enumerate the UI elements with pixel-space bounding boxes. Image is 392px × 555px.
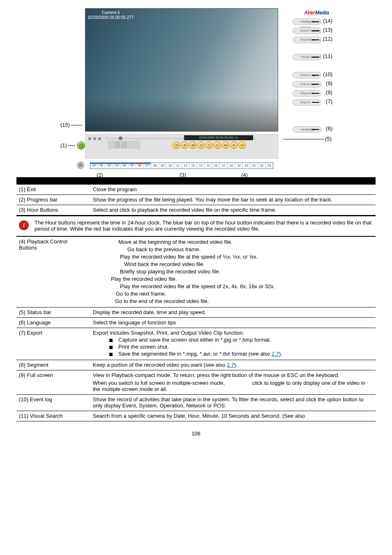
play-icon: ▸	[214, 141, 221, 149]
prev-frame-icon: ◂I	[181, 141, 188, 149]
row-fullscreen: (9) Full screen View in Playback-compact…	[16, 370, 376, 395]
val-status: Display the recorded date, time and play…	[90, 308, 376, 318]
tiny-icons: ◉ ◉ ◉	[88, 136, 101, 141]
row-language: (6) Language Select the language of func…	[16, 318, 376, 328]
val-hour: Select and click to playback the recorde…	[90, 205, 376, 215]
export-list: Capture and save the screen shot either …	[109, 337, 373, 357]
info-note: i The Hour buttons represent the time in…	[16, 215, 376, 237]
hour-20: 20	[243, 163, 251, 169]
val-eventlog: Show the record of activities that take …	[90, 395, 376, 411]
hour-09: 09	[159, 163, 167, 169]
row-eventlog: (10) Event log Show the record of activi…	[16, 395, 376, 411]
playback-line-1: Go back to the previous frame.	[90, 246, 373, 253]
callout-15: (15)	[60, 122, 82, 128]
val-playback: Move at the beginning of the recorded vi…	[90, 237, 376, 307]
playback-line-5: Play the recorded video file.	[90, 275, 373, 283]
playback-screenshot: Camera 5 02/20/2009 06:00:05.277	[85, 8, 278, 132]
begin-icon: I◂	[173, 141, 180, 149]
hour-03: 03	[113, 163, 121, 169]
fullscreen-p2: When you switch to full screen in multip…	[93, 380, 373, 392]
gear-icon: ✿	[77, 162, 84, 169]
hour-15: 15	[205, 163, 212, 169]
camera-label: Camera 5 02/20/2009 06:00:05.277	[88, 10, 134, 20]
val-fullscreen: View in Playback-compact mode. To return…	[90, 370, 376, 395]
link-segment-27[interactable]: 2.7	[227, 362, 234, 368]
badge-event-log: Event Log(10)	[282, 72, 332, 79]
hour-22: 22	[258, 163, 266, 169]
playback-line-6: Play the recorded video file at the spee…	[90, 283, 373, 290]
key-status: (5) Status bar	[16, 308, 90, 318]
playback-line-3: Wind back the recorded video file.	[90, 261, 373, 268]
hour-18: 18	[228, 163, 235, 169]
hour-12: 12	[182, 163, 190, 169]
row-playback: (4) Playback Control Buttons Move at the…	[16, 237, 376, 308]
brand-logo: AVerMedia	[304, 10, 329, 16]
playback-line-8: Go to the end of the recorded video file…	[90, 298, 373, 305]
bullet-icon	[109, 346, 113, 349]
hour-00: 00	[90, 163, 98, 169]
hour-21: 21	[250, 163, 258, 169]
key-export: (7) Export	[16, 328, 90, 360]
badge-full-screen: Full screen(9)	[282, 81, 332, 88]
badge-segment: Segment(8)	[282, 90, 332, 97]
hour-10: 10	[166, 163, 174, 169]
val-exit: Close the program	[90, 185, 376, 195]
key-language: (6) Language	[16, 318, 90, 328]
export-item-0: Capture and save the screen shot either …	[109, 337, 373, 343]
export-item-text: Save the segmented file in *.mpg, *.avi,…	[118, 351, 282, 357]
key-fullscreen: (9) Full screen	[16, 370, 90, 395]
hour-13: 13	[189, 163, 197, 169]
side-badges: Intelligent Search(14) Event Search(13) …	[282, 18, 332, 135]
hero-figure: Camera 5 02/20/2009 06:00:05.277 AVerMed…	[16, 8, 376, 174]
val-segment: Keep a portion of the recorded video you…	[90, 360, 376, 370]
hour-07: 07	[144, 163, 152, 169]
val-visual: Search from a specific camera by Date, H…	[90, 411, 376, 421]
row-segment: (8) Segment Keep a portion of the record…	[16, 360, 376, 370]
hour-11: 11	[174, 163, 182, 169]
row-hour: (3) Hour Buttons Select and click to pla…	[16, 205, 376, 215]
badge-export: Export(7)	[282, 99, 332, 106]
link-export-27[interactable]: 2.7	[272, 351, 279, 357]
key-hour: (3) Hour Buttons	[16, 205, 90, 215]
export-item-last: Save the segmented file in *.mpg, *.avi,…	[109, 351, 373, 357]
badge-find-next: Find Next(12)	[282, 36, 332, 44]
section-divider	[16, 177, 376, 185]
key-eventlog: (10) Event log	[16, 395, 90, 411]
callout-5: (5)	[283, 136, 332, 142]
key-progress: (2) Progress bar	[16, 195, 90, 205]
playback-bar: ◉ ◉ ◉ 02/04/2009 08:03:05.043 x1 I◂ ◂I ◂…	[85, 134, 278, 159]
row-status: (5) Status bar Display the recorded date…	[16, 308, 376, 318]
progress-thumb	[119, 136, 122, 140]
thumbnail-cluster	[108, 141, 140, 148]
export-item-1: Print the screen shot.	[109, 344, 373, 350]
hour-19: 19	[235, 163, 243, 169]
callout-4: (4)	[241, 172, 248, 178]
callout-3: (3)	[180, 172, 186, 178]
note-text: The Hour buttons represent the time in 2…	[35, 220, 373, 232]
bullet-icon	[109, 353, 113, 356]
badge-visual-search: Visual Search(11)	[282, 53, 332, 61]
definitions-table: (1) Exit Close the program (2) Progress …	[16, 185, 376, 215]
hour-04: 04	[121, 163, 129, 169]
exit-icon: ⏻	[77, 141, 85, 150]
badge-event-search: Event Search(13)	[282, 27, 332, 35]
key-exit: (1) Exit	[16, 185, 90, 195]
page-number: 106	[16, 430, 376, 437]
badge-language: Language(6)	[282, 126, 332, 133]
hero-box: Camera 5 02/20/2009 06:00:05.277 AVerMed…	[60, 8, 332, 173]
ff-icon: ▸▸	[222, 141, 229, 149]
badge-intelligent-search: Intelligent Search(14)	[282, 18, 332, 25]
playback-line-2: Play the recorded video file at the spee…	[90, 253, 373, 261]
hour-01: 01	[98, 163, 106, 169]
export-item-text: Print the screen shot.	[118, 344, 169, 350]
end-icon: ▸I	[238, 141, 246, 149]
bullet-icon	[109, 339, 113, 342]
key-visual: (11) Visual Search	[16, 411, 90, 421]
transport-controls: I◂ ◂I ◂◂ ◂ II ▸ ▸▸ I▸ ▸I	[173, 141, 246, 149]
callout-1: (1)	[60, 142, 75, 148]
pause-icon: II	[205, 141, 213, 149]
hour-16: 16	[212, 163, 220, 169]
row-export: (7) Export Export includes Snapshot, Pri…	[16, 328, 376, 360]
status-readout: 02/04/2009 08:03:05.043 x1	[184, 135, 253, 140]
export-lead: Export includes Snapshot, Print, and Out…	[93, 330, 373, 336]
